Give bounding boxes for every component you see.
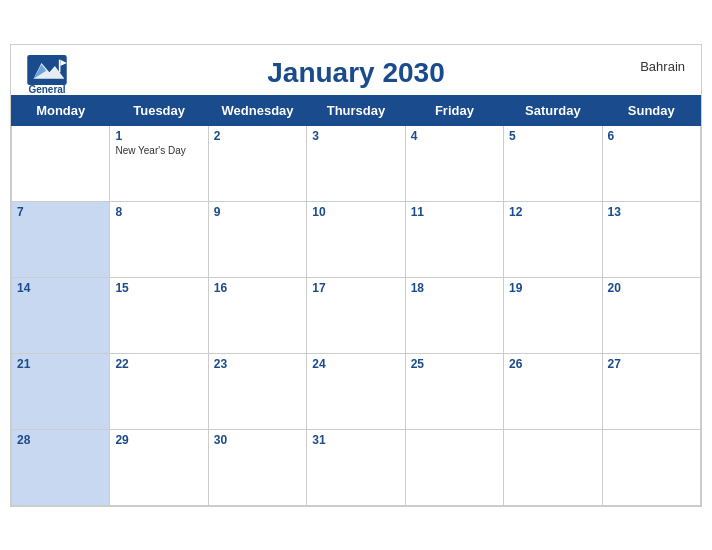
day-cell: 19 [504,277,602,353]
day-cell: 20 [602,277,700,353]
calendar-header: General Blue January 2030 Bahrain [11,45,701,95]
day-cell: 6 [602,125,700,201]
day-cell: 3 [307,125,405,201]
day-number: 9 [214,205,301,219]
day-cell: 18 [405,277,503,353]
logo-text-blue: Blue [36,95,58,105]
header-saturday: Saturday [504,95,602,125]
day-cell: 11 [405,201,503,277]
calendar-table: Monday Tuesday Wednesday Thursday Friday… [11,95,701,506]
day-number: 24 [312,357,399,371]
day-cell [405,429,503,505]
header-sunday: Sunday [602,95,700,125]
week-row-1: 1New Year's Day23456 [12,125,701,201]
day-cell: 13 [602,201,700,277]
day-cell: 4 [405,125,503,201]
day-number: 7 [17,205,104,219]
header-tuesday: Tuesday [110,95,208,125]
week-row-2: 78910111213 [12,201,701,277]
day-number: 2 [214,129,301,143]
day-cell: 9 [208,201,306,277]
day-cell [12,125,110,201]
day-number: 19 [509,281,596,295]
day-cell: 10 [307,201,405,277]
day-cell: 16 [208,277,306,353]
day-cell: 7 [12,201,110,277]
day-number: 3 [312,129,399,143]
day-cell [602,429,700,505]
day-number: 12 [509,205,596,219]
day-number: 10 [312,205,399,219]
day-cell: 5 [504,125,602,201]
day-number: 30 [214,433,301,447]
logo-text-general: General [28,85,65,95]
day-number: 11 [411,205,498,219]
day-number: 21 [17,357,104,371]
header-wednesday: Wednesday [208,95,306,125]
day-cell: 25 [405,353,503,429]
generalblue-logo-icon [27,55,67,85]
day-cell: 30 [208,429,306,505]
day-cell: 15 [110,277,208,353]
week-row-4: 21222324252627 [12,353,701,429]
calendar-container: General Blue January 2030 Bahrain Monday… [10,44,702,507]
day-cell: 2 [208,125,306,201]
day-number: 27 [608,357,695,371]
day-number: 29 [115,433,202,447]
day-number: 8 [115,205,202,219]
day-number: 20 [608,281,695,295]
day-cell: 8 [110,201,208,277]
day-cell [504,429,602,505]
day-cell: 24 [307,353,405,429]
day-cell: 26 [504,353,602,429]
country-label: Bahrain [640,59,685,74]
logo: General Blue [27,55,67,105]
week-row-5: 28293031 [12,429,701,505]
day-number: 28 [17,433,104,447]
holiday-label: New Year's Day [115,145,202,156]
day-cell: 17 [307,277,405,353]
day-cell: 1New Year's Day [110,125,208,201]
day-number: 31 [312,433,399,447]
day-number: 16 [214,281,301,295]
day-number: 18 [411,281,498,295]
header-thursday: Thursday [307,95,405,125]
day-number: 15 [115,281,202,295]
day-number: 6 [608,129,695,143]
svg-rect-3 [59,59,61,72]
day-cell: 21 [12,353,110,429]
day-number: 23 [214,357,301,371]
day-cell: 22 [110,353,208,429]
day-cell: 28 [12,429,110,505]
days-header-row: Monday Tuesday Wednesday Thursday Friday… [12,95,701,125]
day-number: 4 [411,129,498,143]
day-number: 1 [115,129,202,143]
day-number: 13 [608,205,695,219]
day-cell: 14 [12,277,110,353]
calendar-title: January 2030 [267,57,444,89]
day-cell: 27 [602,353,700,429]
day-cell: 12 [504,201,602,277]
week-row-3: 14151617181920 [12,277,701,353]
day-cell: 31 [307,429,405,505]
header-friday: Friday [405,95,503,125]
day-number: 22 [115,357,202,371]
day-number: 5 [509,129,596,143]
day-cell: 29 [110,429,208,505]
day-number: 25 [411,357,498,371]
day-number: 17 [312,281,399,295]
day-number: 26 [509,357,596,371]
day-number: 14 [17,281,104,295]
day-cell: 23 [208,353,306,429]
